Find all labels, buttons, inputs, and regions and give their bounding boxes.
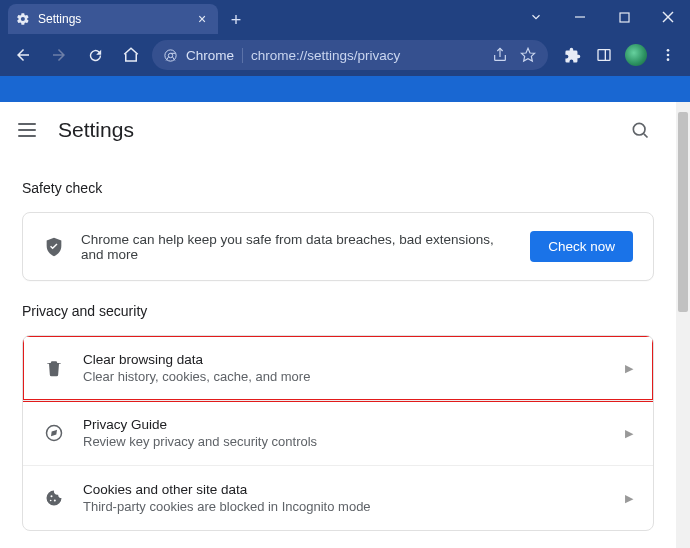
window-controls [514,0,690,34]
address-bar[interactable]: Chrome chrome://settings/privacy [152,40,548,70]
reload-button[interactable] [80,40,110,70]
privacy-guide-row[interactable]: Privacy Guide Review key privacy and sec… [23,400,653,465]
toolbar-actions [554,41,682,69]
shield-check-icon [43,236,65,258]
bookmark-star-icon[interactable] [518,45,538,65]
row-subtitle: Clear history, cookies, cache, and more [83,369,607,384]
safety-section-label: Safety check [22,180,654,196]
cookies-row[interactable]: Cookies and other site data Third-party … [23,465,653,530]
svg-rect-1 [620,13,629,22]
svg-point-16 [633,123,645,135]
trash-icon [43,357,65,379]
svg-point-13 [667,49,670,52]
forward-button[interactable] [44,40,74,70]
svg-marker-19 [52,431,56,435]
chevron-right-icon: ▶ [625,492,633,505]
window-dropdown-icon[interactable] [514,0,558,34]
back-button[interactable] [8,40,38,70]
safety-text: Chrome can help keep you safe from data … [81,232,514,262]
svg-point-20 [51,495,53,497]
svg-point-21 [54,500,56,502]
profile-avatar[interactable] [622,41,650,69]
svg-point-14 [667,54,670,57]
svg-point-15 [667,58,670,61]
page-title: Settings [58,118,134,142]
tab-title: Settings [38,12,186,26]
row-subtitle: Third-party cookies are blocked in Incog… [83,499,607,514]
menu-button[interactable] [654,41,682,69]
scrollbar-thumb[interactable] [678,112,688,312]
svg-point-22 [50,500,52,502]
svg-marker-10 [521,48,534,61]
blue-banner [0,76,690,102]
privacy-list: Clear browsing data Clear history, cooki… [22,335,654,531]
tab-strip: Settings × + [0,0,250,34]
chrome-icon [162,47,178,63]
row-title: Privacy Guide [83,417,607,432]
compass-icon [43,422,65,444]
close-window-button[interactable] [646,0,690,34]
home-button[interactable] [116,40,146,70]
settings-header: Settings [0,102,676,158]
svg-rect-11 [598,50,610,61]
svg-line-17 [644,134,648,138]
content-area: Settings Safety check Chrome can help ke… [0,102,690,548]
window-titlebar: Settings × + [0,0,690,34]
maximize-button[interactable] [602,0,646,34]
browser-toolbar: Chrome chrome://settings/privacy [0,34,690,76]
clear-browsing-data-row[interactable]: Clear browsing data Clear history, cooki… [23,336,653,400]
row-title: Clear browsing data [83,352,607,367]
chevron-right-icon: ▶ [625,362,633,375]
menu-icon[interactable] [18,119,40,141]
gear-icon [16,12,30,26]
check-now-button[interactable]: Check now [530,231,633,262]
extensions-icon[interactable] [558,41,586,69]
url-text[interactable]: chrome://settings/privacy [251,48,482,63]
row-title: Cookies and other site data [83,482,607,497]
new-tab-button[interactable]: + [222,6,250,34]
chevron-right-icon: ▶ [625,427,633,440]
vertical-scrollbar[interactable] [676,102,690,548]
address-chip: Chrome [186,48,243,63]
safety-check-card: Chrome can help keep you safe from data … [22,212,654,281]
close-tab-button[interactable]: × [194,11,210,27]
privacy-section-label: Privacy and security [22,303,654,319]
browser-tab-settings[interactable]: Settings × [8,4,218,34]
row-subtitle: Review key privacy and security controls [83,434,607,449]
cookie-icon [43,487,65,509]
share-icon[interactable] [490,45,510,65]
avatar-icon [625,44,647,66]
side-panel-icon[interactable] [590,41,618,69]
search-button[interactable] [622,112,658,148]
minimize-button[interactable] [558,0,602,34]
